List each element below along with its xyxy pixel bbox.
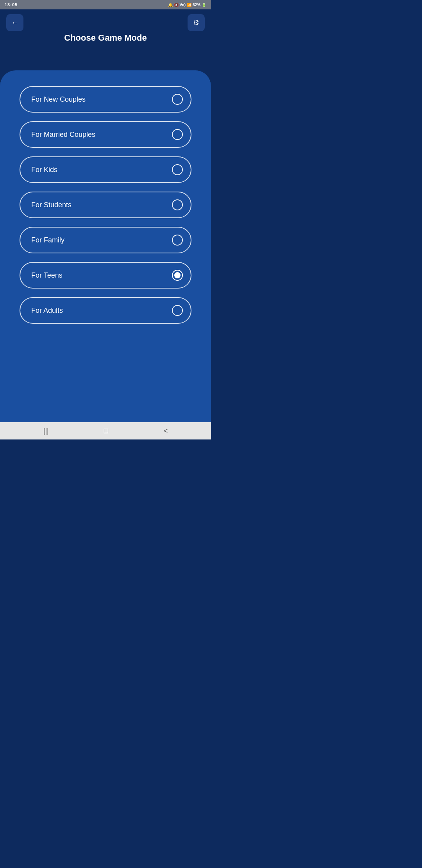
mode-option-students[interactable]: For Students	[20, 192, 191, 218]
bottom-nav: ||| □ <	[0, 422, 211, 439]
volte-icon: Vo)	[180, 3, 186, 7]
back-button[interactable]: ←	[6, 14, 23, 31]
battery-icon: 🔋	[202, 3, 206, 7]
alarm-icon: 🔔	[168, 3, 173, 7]
battery-text: 62%	[193, 3, 200, 7]
mode-option-kids[interactable]: For Kids	[20, 156, 191, 183]
radio-teens	[172, 270, 183, 281]
nav-home-icon[interactable]: □	[104, 427, 108, 435]
radio-family	[172, 235, 183, 246]
mode-label-family: For Family	[31, 236, 64, 244]
page-title: Choose Game Mode	[0, 33, 211, 43]
content-area: For New CouplesFor Married CouplesFor Ki…	[0, 70, 211, 422]
radio-adults	[172, 305, 183, 316]
radio-kids	[172, 164, 183, 175]
back-icon: ←	[11, 19, 18, 27]
mode-option-teens[interactable]: For Teens	[20, 262, 191, 289]
status-bar: 13:05 🔔 🔇 Vo) 📶 62% 🔋	[0, 0, 211, 9]
mode-option-new-couples[interactable]: For New Couples	[20, 86, 191, 113]
signal-icon: 📶	[187, 3, 191, 7]
settings-icon: ⚙	[193, 18, 199, 27]
mode-label-married-couples: For Married Couples	[31, 131, 95, 139]
radio-inner-teens	[174, 272, 181, 278]
radio-married-couples	[172, 129, 183, 140]
mode-label-adults: For Adults	[31, 307, 63, 315]
mode-list: For New CouplesFor Married CouplesFor Ki…	[20, 86, 191, 324]
settings-button[interactable]: ⚙	[188, 14, 205, 31]
mode-label-teens: For Teens	[31, 271, 63, 280]
mode-option-family[interactable]: For Family	[20, 227, 191, 253]
nav-back-icon[interactable]: <	[164, 427, 168, 435]
header-title-container: Choose Game Mode	[0, 33, 211, 43]
mode-option-married-couples[interactable]: For Married Couples	[20, 121, 191, 148]
mode-label-new-couples: For New Couples	[31, 95, 86, 104]
radio-new-couples	[172, 94, 183, 105]
status-icons: 🔔 🔇 Vo) 📶 62% 🔋	[168, 3, 206, 7]
mute-icon: 🔇	[174, 3, 179, 7]
status-time: 13:05	[5, 2, 18, 7]
nav-menu-icon[interactable]: |||	[43, 427, 49, 435]
mode-option-adults[interactable]: For Adults	[20, 297, 191, 324]
mode-label-kids: For Kids	[31, 166, 57, 174]
mode-label-students: For Students	[31, 201, 72, 209]
header: ← ⚙ Choose Game Mode	[0, 9, 211, 39]
radio-students	[172, 199, 183, 210]
